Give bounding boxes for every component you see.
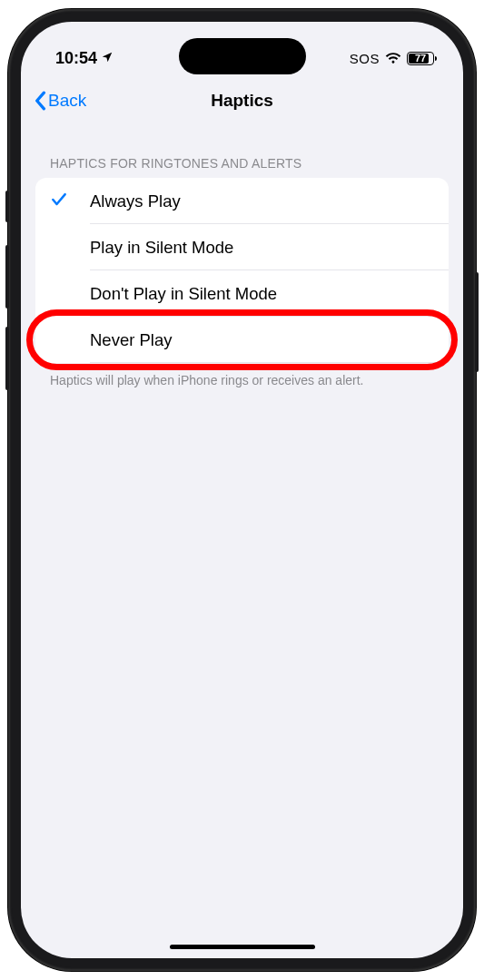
back-button[interactable]: Back [34,91,86,111]
option-never-play[interactable]: Never Play [35,317,449,363]
option-dont-play-silent[interactable]: Don't Play in Silent Mode [35,270,449,317]
option-wrap-never-play: Never Play [35,317,449,363]
option-play-silent[interactable]: Play in Silent Mode [35,224,449,270]
page-title: Haptics [211,91,273,111]
checkmark-icon [50,191,68,212]
content-area: HAPTICS FOR RINGTONES AND ALERTS Always … [21,123,463,388]
check-column [50,191,90,212]
side-button [475,272,479,372]
back-label: Back [48,91,86,111]
wifi-icon [385,49,401,68]
battery-icon: 77 [407,52,434,65]
section-header: HAPTICS FOR RINGTONES AND ALERTS [35,123,449,178]
phone-frame: 10:54 SOS 77 Back Haptics [8,9,476,971]
status-time: 10:54 [55,49,97,68]
option-label: Never Play [90,330,172,350]
screen: 10:54 SOS 77 Back Haptics [21,22,463,958]
nav-bar: Back Haptics [21,78,463,123]
location-icon [101,49,114,68]
side-button [5,245,9,309]
side-button [5,327,9,390]
option-label: Play in Silent Mode [90,238,233,258]
battery-percentage: 77 [408,53,433,64]
home-indicator[interactable] [170,945,315,949]
status-right: SOS 77 [350,49,434,68]
section-footer: Haptics will play when iPhone rings or r… [35,363,449,388]
option-label: Always Play [90,191,181,211]
status-left: 10:54 [55,49,114,68]
sos-indicator: SOS [350,51,380,66]
option-always-play[interactable]: Always Play [35,178,449,224]
side-button [5,191,9,222]
dynamic-island [179,38,306,74]
options-list: Always Play Play in Silent Mode Don't Pl… [35,178,449,363]
option-label: Don't Play in Silent Mode [90,284,277,304]
